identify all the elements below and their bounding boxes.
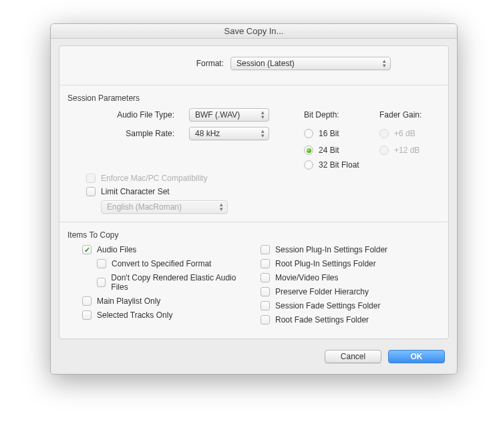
checkbox-icon xyxy=(86,174,96,183)
save-copy-dialog: Save Copy In... Format: Session (Latest)… xyxy=(50,23,458,375)
limit-character-set-checkbox[interactable]: Limit Character Set xyxy=(86,187,440,196)
items-to-copy-panel: Items To Copy Audio Files Convert to Spe… xyxy=(67,230,440,329)
radio-icon xyxy=(304,129,313,138)
checkbox-label: Root Plug-In Settings Folder xyxy=(275,259,376,268)
separator xyxy=(59,222,448,222)
format-panel: Format: Session (Latest) ▴▾ Session Para… xyxy=(59,45,449,339)
radio-icon xyxy=(379,146,389,155)
fader-gain-label: Fader Gain: xyxy=(379,110,440,120)
checkbox-label: Movie/Video Files xyxy=(275,273,339,282)
button-row: Cancel OK xyxy=(59,346,449,366)
radio-icon xyxy=(304,146,313,155)
checkbox-label: Main Playlist Only xyxy=(97,296,160,306)
bit-depth-24[interactable]: 24 Bit xyxy=(304,146,365,155)
checkbox-label: Convert to Specified Format xyxy=(112,259,211,268)
format-select-value: Session (Latest) xyxy=(236,59,295,68)
updown-icon: ▴▾ xyxy=(383,59,386,68)
radio-icon xyxy=(304,160,313,170)
checkbox-icon xyxy=(82,245,92,254)
audio-files-checkbox[interactable]: Audio Files xyxy=(82,245,247,254)
checkbox-icon xyxy=(261,301,270,310)
audio-file-type-select[interactable]: BWF (.WAV) ▴▾ xyxy=(189,108,269,122)
audio-file-type-label: Audio File Type: xyxy=(67,110,174,120)
checkbox-icon xyxy=(82,310,92,320)
window-title: Save Copy In... xyxy=(51,24,457,39)
format-label: Format: xyxy=(117,59,224,68)
bit-depth-32float[interactable]: 32 Bit Float xyxy=(304,160,365,170)
checkbox-icon xyxy=(97,259,106,268)
root-fade-folder-checkbox[interactable]: Root Fade Settings Folder xyxy=(261,315,440,324)
checkbox-label: Root Fade Settings Folder xyxy=(275,315,369,324)
checkbox-label: Session Plug-In Settings Folder xyxy=(275,245,387,254)
checkbox-icon xyxy=(82,296,92,306)
checkbox-label: Selected Tracks Only xyxy=(97,310,172,320)
checkbox-icon xyxy=(97,278,106,287)
dont-copy-elastic-checkbox[interactable]: Don't Copy Rendered Elastic Audio Files xyxy=(97,273,247,292)
fader-gain-6db: +6 dB xyxy=(379,129,440,138)
checkbox-icon xyxy=(261,273,270,282)
checkbox-label: Limit Character Set xyxy=(101,187,170,196)
checkbox-icon xyxy=(86,187,96,196)
updown-icon: ▴▾ xyxy=(261,129,265,138)
convert-format-checkbox[interactable]: Convert to Specified Format xyxy=(97,259,247,268)
cancel-button[interactable]: Cancel xyxy=(325,350,381,363)
ok-button[interactable]: OK xyxy=(388,350,445,363)
radio-label: 32 Bit Float xyxy=(319,160,359,170)
radio-label: +6 dB xyxy=(394,129,415,138)
items-to-copy-title: Items To Copy xyxy=(67,230,440,240)
selected-tracks-checkbox[interactable]: Selected Tracks Only xyxy=(82,310,247,320)
checkbox-label: Don't Copy Rendered Elastic Audio Files xyxy=(111,273,247,292)
bit-depth-label: Bit Depth: xyxy=(304,110,365,120)
enforce-compatibility-checkbox: Enforce Mac/PC Compatibility xyxy=(86,174,440,183)
checkbox-icon xyxy=(261,259,270,268)
checkbox-icon xyxy=(261,287,270,296)
format-select[interactable]: Session (Latest) ▴▾ xyxy=(230,57,391,70)
radio-label: 16 Bit xyxy=(319,129,339,138)
dialog-content: Format: Session (Latest) ▴▾ Session Para… xyxy=(51,39,457,374)
radio-icon xyxy=(379,129,389,138)
radio-label: 24 Bit xyxy=(319,146,339,155)
character-set-value: English (MacRoman) xyxy=(107,202,182,212)
updown-icon: ▴▾ xyxy=(261,110,265,120)
session-fade-folder-checkbox[interactable]: Session Fade Settings Folder xyxy=(261,301,440,310)
fader-gain-12db: +12 dB xyxy=(379,146,440,155)
checkbox-label: Audio Files xyxy=(97,245,136,254)
checkbox-icon xyxy=(261,315,270,324)
bit-depth-16[interactable]: 16 Bit xyxy=(304,129,365,138)
checkbox-icon xyxy=(261,245,270,254)
checkbox-label: Preserve Folder Hierarchy xyxy=(275,287,369,296)
sample-rate-label: Sample Rate: xyxy=(67,129,174,138)
audio-file-type-value: BWF (.WAV) xyxy=(195,110,240,120)
updown-icon: ▴▾ xyxy=(220,202,223,212)
preserve-hierarchy-checkbox[interactable]: Preserve Folder Hierarchy xyxy=(261,287,440,296)
checkbox-label: Enforce Mac/PC Compatibility xyxy=(101,174,207,183)
sample-rate-select[interactable]: 48 kHz ▴▾ xyxy=(189,127,269,140)
movie-video-files-checkbox[interactable]: Movie/Video Files xyxy=(261,273,440,282)
sample-rate-value: 48 kHz xyxy=(195,129,220,138)
radio-label: +12 dB xyxy=(394,146,420,155)
root-plugin-folder-checkbox[interactable]: Root Plug-In Settings Folder xyxy=(261,259,440,268)
session-parameters-title: Session Parameters xyxy=(67,93,440,103)
separator xyxy=(59,85,448,85)
checkbox-label: Session Fade Settings Folder xyxy=(275,301,380,310)
session-plugin-folder-checkbox[interactable]: Session Plug-In Settings Folder xyxy=(261,245,440,254)
character-set-select: English (MacRoman) ▴▾ xyxy=(101,200,228,214)
main-playlist-checkbox[interactable]: Main Playlist Only xyxy=(82,296,247,306)
